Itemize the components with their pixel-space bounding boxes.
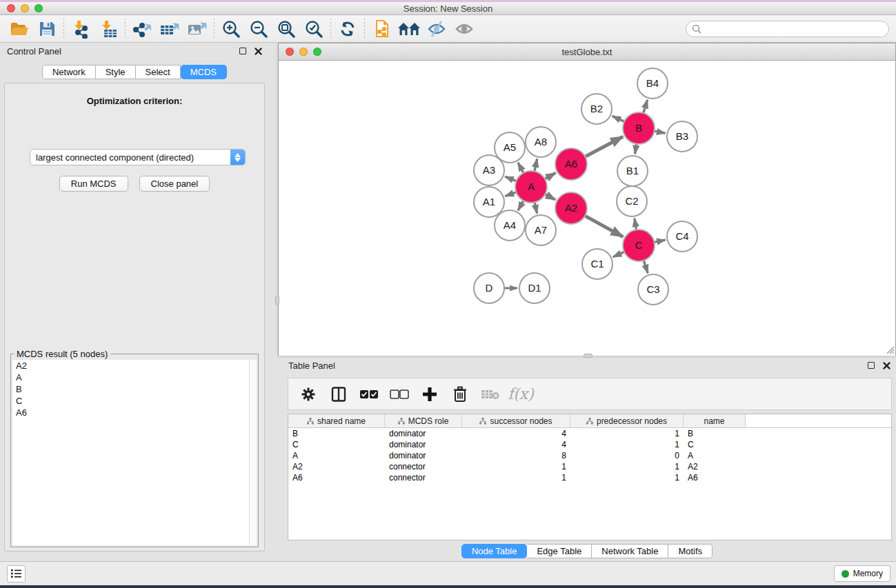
tab-motifs[interactable]: Motifs: [668, 544, 713, 558]
graph-edge-B-B3[interactable]: [655, 131, 666, 133]
criterion-select[interactable]: largest connected component (directed): [30, 149, 246, 165]
graph-edge-C-C2[interactable]: [635, 219, 637, 230]
result-item[interactable]: B: [12, 383, 257, 395]
delete-columns-icon[interactable]: [450, 384, 470, 405]
table-cell[interactable]: 1: [570, 428, 684, 439]
table-cell[interactable]: A2: [684, 461, 746, 472]
table-cell[interactable]: 4: [462, 439, 570, 450]
tab-network[interactable]: Network: [42, 65, 96, 79]
graph-edge-A6-B[interactable]: [585, 136, 623, 156]
select-all-columns-icon[interactable]: [359, 384, 379, 405]
table-row[interactable]: A2connector11A2: [288, 461, 891, 472]
table-cell[interactable]: B: [288, 428, 385, 439]
hide-graphics-details-icon[interactable]: [423, 17, 450, 41]
mcds-result-list[interactable]: A2ABCA6: [12, 360, 257, 545]
graph-edge-B-B4[interactable]: [644, 100, 648, 113]
table-cell[interactable]: dominator: [385, 450, 462, 461]
zoom-selected-icon[interactable]: [300, 17, 328, 41]
table-row[interactable]: Bdominator41B: [288, 428, 891, 439]
result-item[interactable]: A6: [12, 407, 257, 418]
column-header-name[interactable]: name: [684, 414, 746, 428]
table-cell[interactable]: 1: [462, 472, 570, 483]
table-cell[interactable]: 4: [462, 428, 570, 439]
table-row[interactable]: Cdominator41C: [288, 439, 891, 450]
graph-edge-B-B2[interactable]: [613, 116, 624, 121]
export-image-icon[interactable]: [183, 17, 211, 41]
table-row[interactable]: A6connector11A6: [288, 472, 891, 483]
settings-gear-icon[interactable]: [298, 384, 319, 405]
table-cell[interactable]: dominator: [385, 428, 462, 439]
zoom-network-button[interactable]: [313, 48, 321, 56]
tab-network-table[interactable]: Network Table: [592, 544, 668, 558]
graph-edge-A-A4[interactable]: [518, 201, 524, 210]
close-panel-icon[interactable]: [883, 362, 890, 369]
table-cell[interactable]: dominator: [385, 439, 462, 450]
column-header-predecessor-nodes[interactable]: predecessor nodes: [570, 414, 684, 428]
create-column-icon[interactable]: [419, 384, 440, 405]
tab-select[interactable]: Select: [136, 65, 181, 79]
table-cell[interactable]: connector: [385, 461, 462, 472]
table-cell[interactable]: A: [684, 450, 746, 461]
node-table[interactable]: shared nameMCDS rolesuccessor nodesprede…: [288, 414, 892, 540]
close-panel-button[interactable]: Close panel: [139, 176, 210, 192]
graph-edge-A-A8[interactable]: [535, 159, 537, 171]
minimize-window-button[interactable]: [21, 4, 29, 12]
column-layout-icon[interactable]: [328, 384, 349, 405]
table-cell[interactable]: 1: [570, 461, 684, 472]
table-cell[interactable]: A2: [288, 461, 385, 472]
tab-mcds[interactable]: MCDS: [181, 65, 227, 79]
graph-edge-A-A6[interactable]: [545, 173, 555, 179]
column-header-successor-nodes[interactable]: successor nodes: [462, 414, 570, 428]
run-mcds-button[interactable]: Run MCDS: [59, 176, 128, 192]
network-canvas[interactable]: B4B2BB3A8A5A6A3B1AA1C2A2A4A7C4CC1DD1C3: [279, 61, 895, 356]
float-panel-icon[interactable]: [239, 48, 246, 54]
graph-edge-A-A7[interactable]: [535, 202, 537, 213]
result-item[interactable]: A2: [12, 360, 257, 372]
search-input[interactable]: [705, 22, 888, 36]
save-session-icon[interactable]: [33, 17, 61, 41]
memory-button[interactable]: Memory: [834, 565, 890, 582]
unselect-all-columns-icon[interactable]: [389, 384, 410, 405]
resize-grip-icon[interactable]: [884, 344, 895, 354]
graph-edge-A-A1[interactable]: [506, 192, 517, 196]
tab-edge-table[interactable]: Edge Table: [527, 544, 592, 558]
graph-edge-A-A2[interactable]: [545, 194, 555, 200]
tab-node-table[interactable]: Node Table: [461, 544, 528, 558]
graph-edge-B-B1[interactable]: [635, 144, 637, 154]
close-panel-icon[interactable]: [255, 48, 262, 55]
table-cell[interactable]: connector: [385, 472, 462, 483]
refresh-icon[interactable]: [334, 17, 361, 41]
graph-edge-C-C1[interactable]: [613, 252, 624, 256]
result-item[interactable]: C: [12, 395, 257, 407]
zoom-out-icon[interactable]: [245, 17, 272, 41]
table-cell[interactable]: 1: [570, 472, 684, 483]
task-history-button[interactable]: [7, 565, 26, 582]
zoom-window-button[interactable]: [34, 4, 43, 12]
table-cell[interactable]: C: [288, 439, 385, 450]
export-network-icon[interactable]: [128, 17, 156, 41]
result-item[interactable]: A: [12, 372, 257, 383]
import-network-icon[interactable]: [67, 17, 94, 41]
table-row[interactable]: Adominator80A: [288, 450, 891, 461]
close-network-button[interactable]: [286, 48, 294, 56]
home-icon[interactable]: [395, 17, 423, 41]
export-table-icon[interactable]: [156, 17, 183, 41]
graph-edge-A2-C[interactable]: [585, 216, 623, 236]
search-field[interactable]: [686, 21, 889, 37]
column-header-MCDS-role[interactable]: MCDS role: [385, 414, 462, 428]
float-panel-icon[interactable]: [868, 362, 875, 369]
graph-edge-A-A5[interactable]: [518, 163, 524, 173]
show-graphics-details-icon[interactable]: [450, 17, 478, 41]
tab-style[interactable]: Style: [96, 65, 136, 79]
zoom-fit-icon[interactable]: [272, 17, 300, 41]
table-cell[interactable]: A6: [684, 472, 746, 483]
network-window-titlebar[interactable]: testGlobe.txt: [279, 43, 895, 61]
table-cell[interactable]: 1: [570, 439, 684, 450]
table-cell[interactable]: B: [684, 428, 746, 439]
close-window-button[interactable]: [7, 4, 15, 12]
import-table-icon[interactable]: [94, 17, 122, 41]
graph-edge-C-C3[interactable]: [644, 261, 648, 273]
graph-edge-A-A3[interactable]: [505, 176, 516, 181]
table-cell[interactable]: C: [684, 439, 746, 450]
column-header-shared-name[interactable]: shared name: [288, 414, 385, 428]
